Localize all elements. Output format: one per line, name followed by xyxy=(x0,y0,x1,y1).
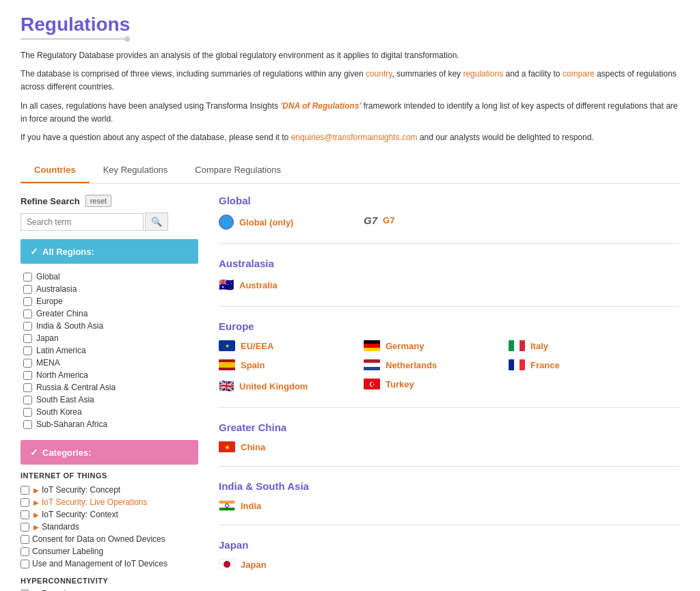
country-link-germany[interactable]: Germany xyxy=(386,341,424,351)
region-label-russia[interactable]: Russia & Central Asia xyxy=(36,383,116,392)
region-section-japan: Japan Japan xyxy=(219,539,679,570)
search-button[interactable]: 🔍 xyxy=(145,212,168,231)
divider xyxy=(219,525,679,525)
country-grid-india-south-asia: India xyxy=(219,500,679,511)
country-link[interactable]: country xyxy=(366,69,392,79)
region-checkbox-europe[interactable] xyxy=(23,297,32,306)
country-item-italy[interactable]: Italy xyxy=(509,340,645,351)
region-label-greater-china[interactable]: Greater China xyxy=(36,309,88,318)
region-checkbox-global[interactable] xyxy=(23,273,32,281)
region-heading-japan: Japan xyxy=(219,539,679,551)
country-link-g7[interactable]: G7 xyxy=(383,215,394,225)
country-link-france[interactable]: France xyxy=(530,360,560,370)
cat-label-use-management[interactable]: Use and Management of IoT Devices xyxy=(32,559,167,568)
region-checkbox-south-korea[interactable] xyxy=(23,408,32,417)
cat-checkbox-standards[interactable] xyxy=(21,523,29,532)
country-item-france[interactable]: France xyxy=(509,359,645,370)
country-grid-global: 🌐 Global (only) G7 G7 xyxy=(219,215,679,230)
country-item-spain[interactable]: Spain xyxy=(219,359,355,370)
country-item-germany[interactable]: Germany xyxy=(364,340,500,351)
regulations-link[interactable]: regulations xyxy=(463,69,503,79)
sidebar: Refine Search reset 🔍 ✓ All Regions: Glo… xyxy=(21,195,212,591)
cat-checkbox-consent-data[interactable] xyxy=(21,535,29,544)
compare-link[interactable]: compare xyxy=(563,69,595,79)
dna-text: 'DNA of Regulations' xyxy=(280,101,361,111)
region-label-india[interactable]: India & South Asia xyxy=(36,321,103,331)
cat-label-iot-concept[interactable]: IoT Security: Concept xyxy=(42,485,120,495)
region-checkbox-india[interactable] xyxy=(23,322,32,331)
categories-bar[interactable]: ✓ Categories: xyxy=(21,440,198,465)
region-checkbox-north-america[interactable] xyxy=(23,371,32,380)
country-link-netherlands[interactable]: Netherlands xyxy=(386,360,437,370)
country-item-turkey[interactable]: ☪ Turkey xyxy=(364,379,500,389)
cat-checkbox-use-management[interactable] xyxy=(21,560,29,568)
region-label-global[interactable]: Global xyxy=(36,272,60,281)
region-label-australasia[interactable]: Australasia xyxy=(36,284,77,294)
region-label-sub-saharan[interactable]: Sub-Saharan Africa xyxy=(36,420,107,429)
country-link-japan[interactable]: Japan xyxy=(241,560,267,570)
cat-checkbox-iot-concept[interactable] xyxy=(21,486,29,495)
region-label-japan[interactable]: Japan xyxy=(36,333,59,343)
country-link-australia[interactable]: Australia xyxy=(239,280,278,290)
country-link-global-only[interactable]: Global (only) xyxy=(239,217,293,228)
country-link-spain[interactable]: Spain xyxy=(241,360,265,370)
country-link-italy[interactable]: Italy xyxy=(530,341,548,351)
region-label-europe[interactable]: Europe xyxy=(36,297,63,306)
list-item: ▶ Standards xyxy=(21,521,198,533)
region-label-south-korea[interactable]: South Korea xyxy=(36,407,82,417)
list-item: MENA xyxy=(21,357,198,369)
region-checkbox-southeast-asia[interactable] xyxy=(23,396,32,404)
region-checkbox-australasia[interactable] xyxy=(23,285,32,294)
country-link-china[interactable]: China xyxy=(241,442,265,452)
country-item-india[interactable]: India xyxy=(219,500,328,511)
flag-netherlands-icon xyxy=(364,359,380,370)
list-item: Russia & Central Asia xyxy=(21,381,198,394)
all-regions-bar[interactable]: ✓ All Regions: xyxy=(21,239,198,264)
list-item: Australasia xyxy=(21,283,198,295)
country-item-g7[interactable]: G7 G7 xyxy=(364,215,473,226)
refine-search-header: Refine Search reset xyxy=(21,195,198,207)
search-box: 🔍 xyxy=(21,212,198,231)
flag-italy-icon xyxy=(509,340,525,351)
cat-checkbox-iot-context[interactable] xyxy=(21,510,29,519)
region-label-north-america[interactable]: North America xyxy=(36,370,88,380)
tab-compare-regulations[interactable]: Compare Regulations xyxy=(181,158,295,183)
tab-key-regulations[interactable]: Key Regulations xyxy=(90,158,182,183)
country-item-eu-eea[interactable]: ★ EU/EEA xyxy=(219,340,355,351)
cat-label-iot-context[interactable]: IoT Security: Context xyxy=(42,510,118,519)
country-item-united-kingdom[interactable]: 🇬🇧 United Kingdom xyxy=(219,379,355,394)
country-link-india[interactable]: India xyxy=(241,501,261,511)
region-label-southeast-asia[interactable]: South East Asia xyxy=(36,395,94,404)
region-checkbox-japan[interactable] xyxy=(23,334,32,343)
cat-label-consent-data[interactable]: Consent for Data on Owned Devices xyxy=(32,534,165,544)
email-link[interactable]: enquiries@transformainsights.com xyxy=(291,133,418,142)
country-item-japan[interactable]: Japan xyxy=(219,559,328,570)
country-link-eu-eea[interactable]: EU/EEA xyxy=(241,341,273,351)
list-item: South Korea xyxy=(21,406,198,418)
cat-label-standards[interactable]: Standards xyxy=(42,522,79,532)
country-item-global-only[interactable]: 🌐 Global (only) xyxy=(219,215,328,230)
region-heading-australasia: Australasia xyxy=(219,258,679,269)
country-item-netherlands[interactable]: Netherlands xyxy=(364,359,500,370)
list-item: ▶ IoT Security: Live Operations xyxy=(21,496,198,508)
region-checkbox-latin-america[interactable] xyxy=(23,346,32,355)
region-checkbox-sub-saharan[interactable] xyxy=(23,420,32,429)
list-item: North America xyxy=(21,369,198,381)
country-link-turkey[interactable]: Turkey xyxy=(386,379,414,389)
country-item-australia[interactable]: 🇦🇺 Australia xyxy=(219,277,328,292)
cat-checkbox-iot-live[interactable] xyxy=(21,498,29,507)
country-link-united-kingdom[interactable]: United Kingdom xyxy=(239,381,308,391)
reset-button[interactable]: reset xyxy=(85,195,111,207)
region-checkbox-mena[interactable] xyxy=(23,359,32,368)
search-input[interactable] xyxy=(21,213,144,231)
cat-label-consumer-labeling[interactable]: Consumer Labeling xyxy=(32,547,103,556)
tab-countries[interactable]: Countries xyxy=(21,158,90,183)
region-checkbox-russia[interactable] xyxy=(23,383,32,392)
region-checkbox-greater-china[interactable] xyxy=(23,310,32,318)
cat-label-iot-live[interactable]: IoT Security: Live Operations xyxy=(42,497,148,507)
region-label-latin-america[interactable]: Latin America xyxy=(36,346,86,355)
region-label-mena[interactable]: MENA xyxy=(36,358,60,368)
cat-checkbox-consumer-labeling[interactable] xyxy=(21,547,29,556)
intro-paragraph-3: In all cases, regulations have been anal… xyxy=(21,100,679,126)
country-item-china[interactable]: ★ China xyxy=(219,441,328,452)
